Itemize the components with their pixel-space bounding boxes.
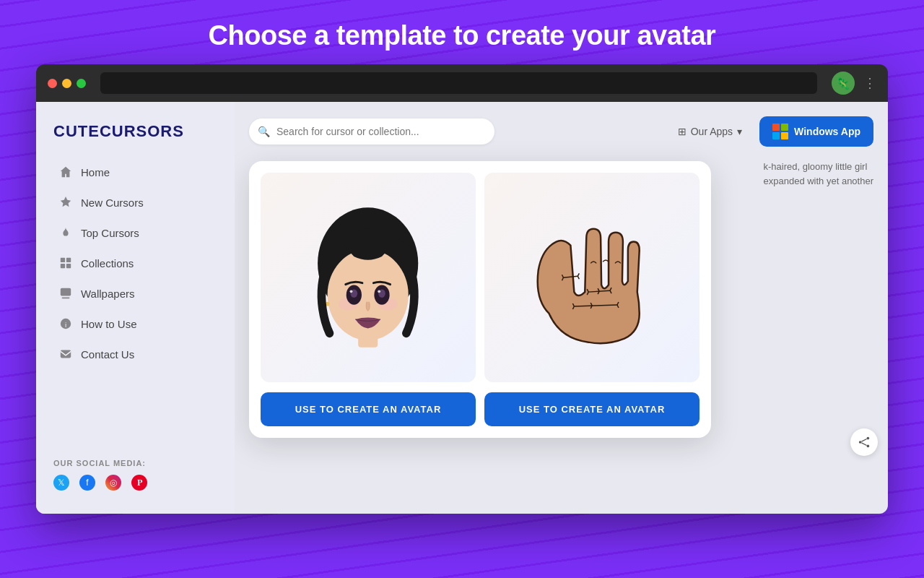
girl-face-svg <box>298 194 437 361</box>
template-image-2[interactable] <box>484 173 699 382</box>
svg-line-43 <box>861 439 866 442</box>
svg-text:i: i <box>65 321 66 329</box>
share-icon <box>858 436 871 449</box>
search-input[interactable] <box>249 118 494 144</box>
social-icons: 𝕏 f ◎ 𝐏 <box>53 475 217 491</box>
sidebar-item-top-cursors[interactable]: Top Cursors <box>42 218 229 247</box>
svg-rect-5 <box>62 297 70 298</box>
social-section: OUR SOCIAL MEDIA: 𝕏 f ◎ 𝐏 <box>36 447 235 499</box>
nav-label-collections: Collections <box>81 257 134 269</box>
browser-window: 🦎 ⋮ CUTECURSORS Home New Cursors <box>36 64 888 514</box>
svg-rect-4 <box>61 288 71 296</box>
home-icon <box>59 165 72 178</box>
pinterest-icon[interactable]: 𝐏 <box>131 475 147 491</box>
sidebar-item-contact-us[interactable]: Contact Us <box>42 340 229 368</box>
svg-line-24 <box>578 273 579 276</box>
social-label: OUR SOCIAL MEDIA: <box>53 459 217 467</box>
user-avatar[interactable]: 🦎 <box>832 72 855 95</box>
svg-point-19 <box>378 290 381 293</box>
instagram-icon[interactable]: ◎ <box>105 475 121 491</box>
browser-chrome: 🦎 ⋮ <box>36 64 888 102</box>
svg-point-42 <box>867 445 870 448</box>
svg-line-25 <box>578 276 579 279</box>
page-title-section: Choose a template to create your avatar <box>0 0 924 64</box>
window-controls <box>48 79 86 88</box>
modal-buttons: USE TO CREATE AN AVATAR USE TO CREATE AN… <box>261 392 699 426</box>
twitter-icon[interactable]: 𝕏 <box>53 475 69 491</box>
template-image-1[interactable] <box>261 173 476 382</box>
our-apps-button[interactable]: ⊞ Our Apps ▾ <box>669 120 751 143</box>
svg-line-44 <box>861 443 866 446</box>
svg-point-18 <box>350 290 353 293</box>
svg-rect-3 <box>66 264 71 268</box>
sidebar-item-home[interactable]: Home <box>42 158 229 186</box>
template-images <box>261 173 699 382</box>
windows-logo-icon <box>772 124 788 139</box>
apps-grid-icon: ⊞ <box>678 126 687 137</box>
facebook-icon[interactable]: f <box>79 475 95 491</box>
dropdown-chevron-icon: ▾ <box>737 126 742 137</box>
top-bar-right: ⊞ Our Apps ▾ Windows App <box>669 116 873 147</box>
hand-svg <box>506 199 678 357</box>
svg-rect-8 <box>61 350 71 358</box>
sidebar-item-wallpapers[interactable]: Wallpapers <box>42 279 229 308</box>
windows-app-label: Windows App <box>794 126 860 137</box>
close-button[interactable] <box>48 79 57 88</box>
nav-label-top-cursors: Top Cursors <box>81 227 139 239</box>
side-description: k-haired, gloomy little girl expanded wi… <box>764 160 874 188</box>
svg-rect-2 <box>61 264 65 268</box>
sidebar-item-new-cursors[interactable]: New Cursors <box>42 188 229 217</box>
nav-label-new-cursors: New Cursors <box>81 197 144 209</box>
logo: CUTECURSORS <box>36 116 235 157</box>
side-text-line2: expanded with yet another <box>764 174 874 189</box>
nav-label-home: Home <box>81 166 110 178</box>
create-avatar-btn-2[interactable]: USE TO CREATE AN AVATAR <box>484 392 699 426</box>
windows-app-button[interactable]: Windows App <box>759 116 873 147</box>
maximize-button[interactable] <box>77 79 86 88</box>
nav-label-wallpapers: Wallpapers <box>81 288 134 300</box>
info-icon: i <box>59 317 72 330</box>
sidebar: CUTECURSORS Home New Cursors Top Cursors <box>36 102 235 514</box>
browser-menu-icon[interactable]: ⋮ <box>863 75 876 91</box>
page-title: Choose a template to create your avatar <box>0 20 924 51</box>
side-text-line1: k-haired, gloomy little girl <box>764 160 874 174</box>
top-bar: 🔍 ⊞ Our Apps ▾ <box>249 116 873 147</box>
search-icon: 🔍 <box>258 126 270 137</box>
minimize-button[interactable] <box>62 79 71 88</box>
sidebar-item-how-to-use[interactable]: i How to Use <box>42 309 229 338</box>
svg-rect-0 <box>61 258 65 262</box>
create-avatar-btn-1[interactable]: USE TO CREATE AN AVATAR <box>261 392 476 426</box>
nav-label-contact-us: Contact Us <box>81 348 134 361</box>
star-icon <box>59 196 72 209</box>
our-apps-label: Our Apps <box>691 126 733 137</box>
mail-icon <box>59 348 72 361</box>
template-modal: USE TO CREATE AN AVATAR USE TO CREATE AN… <box>249 161 711 438</box>
main-content: 🔍 ⊞ Our Apps ▾ <box>235 102 888 514</box>
fire-icon <box>59 226 72 239</box>
address-bar[interactable] <box>100 72 817 94</box>
svg-rect-1 <box>66 258 71 262</box>
svg-point-41 <box>859 441 862 444</box>
svg-point-40 <box>867 437 870 440</box>
sidebar-item-collections[interactable]: Collections <box>42 249 229 277</box>
share-button[interactable] <box>850 428 878 456</box>
nav-label-how-to-use: How to Use <box>81 318 137 330</box>
search-bar: 🔍 <box>249 118 494 144</box>
grid-icon <box>59 256 72 269</box>
wallpaper-icon <box>59 287 72 300</box>
app-container: CUTECURSORS Home New Cursors Top Cursors <box>36 102 888 514</box>
